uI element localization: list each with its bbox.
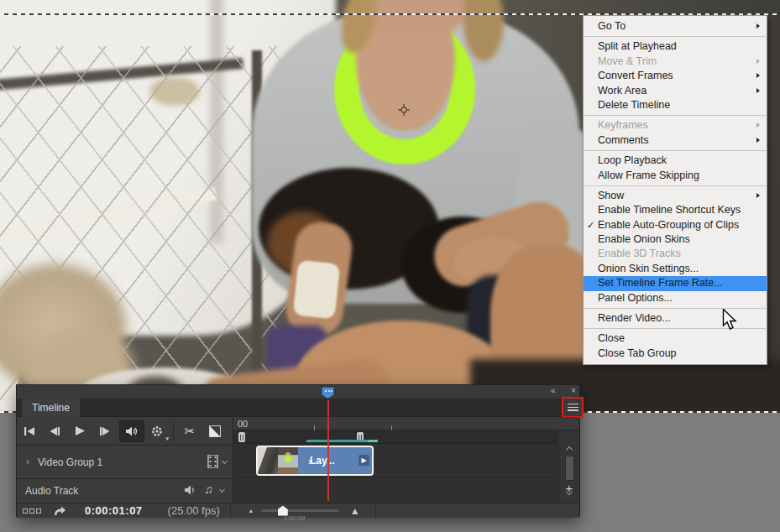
zoom-slider-thumb[interactable] xyxy=(278,506,288,516)
timeline-content: ▾ ✂ › Video Group 1 xyxy=(17,417,579,503)
audio-type-caret-icon[interactable] xyxy=(219,487,225,493)
menu-item-convert-frames[interactable]: Convert Frames xyxy=(584,69,767,83)
target-crosshair-icon xyxy=(398,104,410,116)
menu-item-split-at-playhead[interactable]: Split at Playhead xyxy=(584,39,767,54)
video-group-row[interactable]: › Video Group 1 xyxy=(17,446,233,479)
submenu-arrow-icon xyxy=(756,138,760,143)
time-ruler[interactable]: 00 xyxy=(233,417,579,430)
panel-group-header: « × xyxy=(17,385,579,399)
menu-item-label: Split at Playhead xyxy=(598,40,677,52)
timeline-panel: « × Timeline xyxy=(16,384,580,517)
split-at-playhead-button[interactable]: ✂ xyxy=(177,420,202,442)
hamburger-icon xyxy=(568,404,578,411)
scroll-down-icon[interactable] xyxy=(566,488,573,495)
menu-item-close[interactable]: Close xyxy=(584,331,767,346)
menu-item-enable-timeline-shortcut-keys[interactable]: Enable Timeline Shortcut Keys xyxy=(584,203,767,217)
clip-disclosure-icon[interactable]: › xyxy=(308,455,311,467)
menu-item-go-to[interactable]: Go To xyxy=(584,19,767,34)
menu-item-label: Go To xyxy=(598,20,626,32)
panel-tab-bar: Timeline xyxy=(17,399,579,417)
menu-item-enable-auto-grouping-of-clips[interactable]: ✓Enable Auto-Grouping of Clips xyxy=(584,218,767,232)
timeline-left-column: ▾ ✂ › Video Group 1 xyxy=(17,417,233,503)
menu-item-move-trim[interactable]: Move & Trim xyxy=(584,55,767,69)
filmstrip-icon[interactable] xyxy=(207,455,218,468)
menu-item-close-tab-group[interactable]: Close Tab Group xyxy=(584,347,767,361)
music-notes-icon[interactable]: ♫ xyxy=(204,482,213,496)
menu-item-label: Allow Frame Skipping xyxy=(598,170,699,181)
submenu-arrow-icon xyxy=(756,193,760,198)
mouse-cursor xyxy=(722,309,741,331)
close-panel-icon[interactable]: × xyxy=(571,386,576,396)
zoom-in-icon[interactable]: ▲ xyxy=(350,505,360,517)
framerate-label: (25.00 fps) xyxy=(168,504,220,517)
menu-item-enable-onion-skins[interactable]: Enable Onion Skins xyxy=(584,232,767,247)
menu-item-label: Render Video... xyxy=(598,312,671,324)
status-separator xyxy=(230,504,231,518)
timeline-zoom-slider[interactable] xyxy=(261,506,338,516)
menu-item-comments[interactable]: Comments xyxy=(584,133,767,148)
menu-item-panel-options[interactable]: Panel Options... xyxy=(584,291,767,305)
go-to-first-frame-button[interactable] xyxy=(17,420,42,442)
settings-caret-icon: ▾ xyxy=(165,436,169,442)
menu-item-label: Close Tab Group xyxy=(598,347,677,359)
checkmark-icon: ✓ xyxy=(587,218,594,232)
menu-item-label: Work Area xyxy=(598,85,647,96)
work-area-start-handle[interactable] xyxy=(238,432,245,442)
zoom-out-icon[interactable]: ▴ xyxy=(249,507,253,514)
clip-thumbnails xyxy=(258,447,298,474)
menu-item-allow-frame-skipping[interactable]: Allow Frame Skipping xyxy=(584,169,767,183)
scrollbar-thumb[interactable] xyxy=(565,456,574,481)
menu-separator xyxy=(584,115,766,116)
frames-view-icon[interactable] xyxy=(23,509,41,514)
next-frame-button[interactable] xyxy=(92,420,118,442)
tab-timeline[interactable]: Timeline xyxy=(22,399,80,417)
submenu-arrow-icon xyxy=(756,88,760,93)
submenu-arrow-icon xyxy=(756,123,760,128)
menu-item-set-timeline-frame-rate[interactable]: Set Timeline Frame Rate... xyxy=(584,276,767,290)
previous-frame-button[interactable] xyxy=(42,420,67,442)
play-button[interactable] xyxy=(67,420,92,442)
shortcut-arrow-icon[interactable] xyxy=(53,505,66,516)
panel-menu-button[interactable] xyxy=(562,397,584,418)
video-track-lane[interactable]: › Lay... ▶ xyxy=(233,444,558,477)
transition-icon xyxy=(209,425,221,437)
menu-item-onion-skin-settings[interactable]: Onion Skin Settings... xyxy=(584,262,767,276)
audio-track-label: Audio Track xyxy=(25,485,78,497)
timeline-settings-button[interactable]: ▾ xyxy=(144,420,170,442)
menu-separator xyxy=(584,36,766,37)
menu-item-label: Loop Playback xyxy=(598,154,667,166)
clip-play-icon[interactable]: ▶ xyxy=(359,455,369,466)
transition-button[interactable] xyxy=(202,420,228,442)
menu-item-label: Enable 3D Tracks xyxy=(598,248,681,259)
transport-separator xyxy=(173,420,174,442)
speaker-icon[interactable] xyxy=(185,485,196,495)
status-separator xyxy=(375,504,376,518)
scroll-up-icon[interactable] xyxy=(566,446,573,453)
ruler-label-00: 00 xyxy=(238,419,248,429)
menu-item-loop-playback[interactable]: Loop Playback xyxy=(584,154,767,168)
menu-item-delete-timeline[interactable]: Delete Timeline xyxy=(584,98,767,112)
menu-item-label: Delete Timeline xyxy=(598,99,670,111)
menu-item-label: Keyframes xyxy=(598,119,648,131)
video-type-caret-icon[interactable] xyxy=(222,458,228,464)
menu-item-work-area[interactable]: Work Area xyxy=(584,84,767,98)
transport-controls: ▾ ✂ xyxy=(17,417,233,446)
work-area-bar[interactable] xyxy=(233,430,558,444)
disclosure-chevron-icon[interactable]: › xyxy=(26,456,29,467)
audio-track-lane[interactable] xyxy=(233,477,558,503)
mute-audio-button[interactable] xyxy=(119,420,144,442)
menu-item-label: Enable Timeline Shortcut Keys xyxy=(598,204,741,216)
menu-item-show[interactable]: Show xyxy=(584,189,767,203)
menu-item-label: Panel Options... xyxy=(598,292,673,304)
menu-item-label: Close xyxy=(598,332,625,344)
video-clip-layer[interactable]: › Lay... ▶ xyxy=(256,446,374,476)
current-timecode: 0:00:01:07 xyxy=(85,504,143,517)
photo-wrist-bandage xyxy=(293,260,341,320)
menu-item-label: Convert Frames xyxy=(598,70,673,81)
video-group-label: Video Group 1 xyxy=(38,456,102,468)
menu-item-enable-3d-tracks[interactable]: Enable 3D Tracks xyxy=(584,247,767,261)
audio-track-row[interactable]: Audio Track ♫ xyxy=(17,479,233,503)
collapse-panel-icon[interactable]: « xyxy=(551,386,556,396)
track-scrollbar[interactable] xyxy=(563,446,578,501)
menu-item-keyframes[interactable]: Keyframes xyxy=(584,118,767,133)
